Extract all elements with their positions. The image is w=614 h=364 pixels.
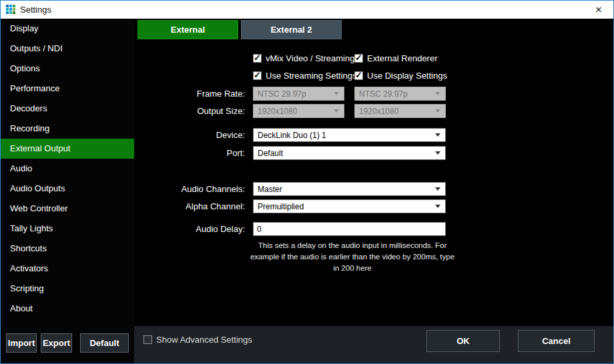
external-renderer-checkbox[interactable]: External Renderer [354, 53, 438, 63]
select-value: NTSC 29.97p [359, 89, 408, 99]
footer-bar: Show Advanced Settings OK Cancel [134, 326, 613, 363]
device-label: Device: [134, 128, 245, 142]
sidebar-item-web-controller[interactable]: Web Controller [1, 199, 134, 219]
use-display-settings-checkbox[interactable]: Use Display Settings [354, 71, 447, 81]
chevron-down-icon [334, 92, 339, 95]
sidebar-item-outputs-ndi[interactable]: Outputs / NDI [1, 39, 134, 59]
sidebar-item-display[interactable]: Display [1, 19, 134, 39]
chevron-down-icon [435, 187, 440, 191]
select-value: 1920x1080 [258, 107, 297, 116]
checkbox-checked-icon [253, 54, 262, 63]
use-streaming-settings-checkbox[interactable]: Use Streaming Settings [253, 71, 357, 81]
alpha-channel-label: Alpha Channel: [134, 199, 245, 213]
tab-external[interactable]: External [137, 20, 238, 39]
sidebar-item-external-output[interactable]: External Output [1, 139, 134, 159]
chevron-down-icon [435, 109, 440, 113]
port-select[interactable]: Default [253, 146, 446, 160]
frame-rate-label: Frame Rate: [134, 87, 245, 101]
device-select[interactable]: DeckLink Duo (1) 1 [253, 128, 446, 142]
alpha-channel-select[interactable]: Premultiplied [253, 199, 446, 213]
checkbox-unchecked-icon [143, 335, 152, 344]
audio-delay-help-text: This sets a delay on the audio input in … [248, 240, 457, 274]
sidebar-item-scripting[interactable]: Scripting [1, 279, 134, 299]
checkbox-checked-icon [253, 71, 262, 80]
sidebar-item-options[interactable]: Options [1, 59, 134, 79]
select-value: 1920x1080 [359, 107, 398, 116]
checkbox-label: External Renderer [367, 53, 438, 63]
select-value: Master [258, 185, 282, 194]
sidebar-item-activators[interactable]: Activators [1, 259, 134, 279]
sidebar: Display Outputs / NDI Options Performanc… [1, 19, 134, 363]
ok-button[interactable]: OK [426, 330, 500, 352]
sidebar-item-decoders[interactable]: Decoders [1, 99, 134, 119]
close-icon[interactable]: × [584, 1, 613, 19]
sidebar-item-shortcuts[interactable]: Shortcuts [1, 239, 134, 259]
chevron-down-icon [435, 151, 440, 155]
select-value: DeckLink Duo (1) 1 [258, 131, 326, 140]
select-value: Default [258, 149, 283, 158]
select-value: NTSC 29.97p [258, 89, 306, 99]
checkbox-label: Show Advanced Settings [156, 335, 252, 345]
chevron-down-icon [435, 133, 440, 137]
checkbox-label: Use Streaming Settings [266, 71, 357, 81]
sidebar-item-tally-lights[interactable]: Tally Lights [1, 219, 134, 239]
tab-external-2[interactable]: External 2 [241, 20, 342, 39]
output-size-select-1[interactable]: 1920x1080 [253, 104, 344, 118]
chevron-down-icon [334, 109, 339, 113]
vmix-video-streaming-checkbox[interactable]: vMix Video / Streaming [253, 53, 354, 63]
chevron-down-icon [435, 205, 440, 208]
audio-delay-input[interactable] [253, 222, 446, 236]
checkbox-label: Use Display Settings [367, 71, 447, 81]
import-button[interactable]: Import [6, 333, 37, 353]
audio-delay-label: Audio Delay: [134, 222, 245, 236]
export-button[interactable]: Export [41, 333, 72, 353]
cancel-button[interactable]: Cancel [518, 330, 595, 352]
show-advanced-settings-checkbox[interactable]: Show Advanced Settings [143, 335, 252, 345]
sidebar-item-about[interactable]: About [1, 299, 134, 319]
vmix-logo-icon [6, 5, 16, 15]
output-size-label: Output Size: [134, 104, 245, 118]
sidebar-item-audio-outputs[interactable]: Audio Outputs [1, 179, 134, 199]
sidebar-item-recording[interactable]: Recording [1, 119, 134, 139]
checkbox-label: vMix Video / Streaming [266, 53, 354, 63]
output-size-select-2[interactable]: 1920x1080 [354, 104, 446, 118]
window-title: Settings [20, 5, 51, 15]
default-button[interactable]: Default [80, 333, 129, 353]
frame-rate-select-2[interactable]: NTSC 29.97p [354, 87, 446, 101]
titlebar: Settings × [1, 1, 613, 19]
audio-channels-label: Audio Channels: [134, 182, 245, 196]
sidebar-item-audio[interactable]: Audio [1, 159, 134, 179]
port-label: Port: [134, 146, 245, 160]
select-value: Premultiplied [258, 202, 304, 211]
checkbox-checked-icon [354, 54, 363, 63]
audio-channels-select[interactable]: Master [253, 182, 446, 196]
settings-window: Settings × Display Outputs / NDI Options… [0, 0, 614, 364]
sidebar-item-performance[interactable]: Performance [1, 79, 134, 99]
chevron-down-icon [435, 92, 440, 95]
checkbox-checked-icon [354, 71, 363, 80]
frame-rate-select-1[interactable]: NTSC 29.97p [253, 87, 344, 101]
